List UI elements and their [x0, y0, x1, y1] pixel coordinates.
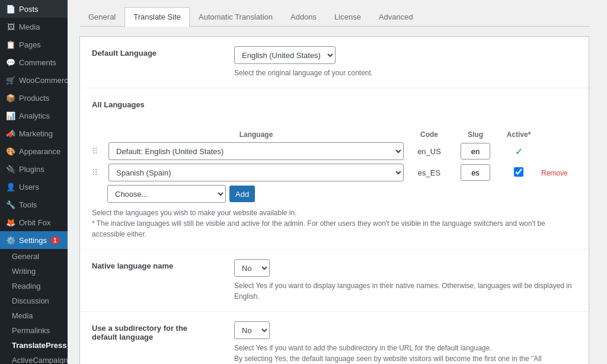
subdirectory-help: Select Yes if you want to add the subdir…: [234, 343, 577, 364]
appearance-icon: 🎨: [6, 146, 15, 156]
submenu-writing[interactable]: Writing: [0, 264, 68, 279]
remove-spanish-link[interactable]: Remove: [541, 169, 568, 177]
checkmark-en: ✓: [515, 146, 523, 157]
sidebar-item-pages[interactable]: 📋 Pages: [0, 36, 68, 53]
submenu-reading[interactable]: Reading: [0, 279, 68, 293]
sidebar-item-products[interactable]: 📦 Products: [0, 89, 68, 107]
settings-submenu: General Writing Reading Discussion Media…: [0, 249, 68, 364]
drag-handle-en[interactable]: ⠿: [92, 146, 104, 156]
subdirectory-label: Use a subdirectory for thedefault langua…: [92, 321, 222, 341]
default-language-label: Default Language: [92, 46, 222, 58]
table-row: ⠿ Spanish (Spain) es_ES: [92, 164, 577, 181]
all-languages-label: All Languages: [92, 98, 222, 109]
table-row: ⠿ Default: English (United States) en_US…: [92, 142, 577, 160]
lang-code-en: en_US: [408, 147, 450, 156]
add-language-row: Choose... Add: [92, 185, 577, 203]
tab-license[interactable]: License: [325, 7, 370, 26]
add-language-select[interactable]: Choose...: [107, 185, 226, 203]
sidebar-item-appearance[interactable]: 🎨 Appearance: [0, 142, 68, 160]
native-language-name-select[interactable]: No Yes: [234, 259, 270, 277]
media-icon: 🖼: [6, 22, 15, 31]
orbit-fox-icon: 🦊: [6, 218, 15, 227]
tab-automatic-translation[interactable]: Automatic Translation: [190, 7, 282, 26]
lang-col-language-header: Language: [108, 130, 404, 139]
sidebar-item-plugins[interactable]: 🔌 Plugins: [0, 160, 68, 178]
sidebar-item-marketing[interactable]: 📣 Marketing: [0, 124, 68, 142]
native-language-name-help: Select Yes if you want to display langua…: [234, 280, 577, 302]
sidebar-item-comments[interactable]: 💬 Comments: [0, 53, 68, 71]
sidebar-item-posts[interactable]: 📄 Posts: [0, 0, 68, 18]
language-select-es[interactable]: Spanish (Spain): [108, 164, 404, 181]
submenu-permalinks[interactable]: Permalinks: [0, 323, 68, 338]
sidebar-item-analytics[interactable]: 📊 Analytics: [0, 107, 68, 124]
subdirectory-field: No Yes Select Yes if you want to add the…: [234, 321, 577, 364]
tab-translate-site[interactable]: Translate Site: [124, 7, 190, 27]
default-language-help: Select the original language of your con…: [234, 68, 577, 78]
sidebar-item-users[interactable]: 👤 Users: [0, 178, 68, 196]
default-language-section: Default Language English (United States)…: [80, 37, 589, 88]
main-content: General Translate Site Automatic Transla…: [68, 0, 607, 364]
lang-slug-en: [455, 143, 496, 159]
language-select-en[interactable]: Default: English (United States): [108, 142, 404, 160]
settings-badge: 1: [50, 237, 60, 244]
tabs-bar: General Translate Site Automatic Transla…: [79, 7, 589, 27]
subdirectory-section: Use a subdirectory for thedefault langua…: [80, 312, 589, 364]
all-languages-help: Select the languages you wish to make yo…: [92, 207, 577, 240]
plugins-icon: 🔌: [6, 164, 15, 174]
tab-general[interactable]: General: [79, 7, 124, 26]
default-language-select[interactable]: English (United States): [234, 46, 336, 64]
sidebar-item-woocommerce[interactable]: 🛒 WooCommerce: [0, 71, 68, 89]
marketing-icon: 📣: [6, 129, 15, 138]
analytics-icon: 📊: [6, 111, 15, 120]
sidebar-item-settings[interactable]: ⚙️ Settings 1: [0, 231, 68, 249]
sidebar-item-media[interactable]: 🖼 Media: [0, 18, 68, 36]
native-language-name-section: Native language name No Yes Select Yes i…: [80, 250, 589, 312]
sidebar-item-tools[interactable]: 🔧 Tools: [0, 196, 68, 213]
woocommerce-icon: 🛒: [6, 75, 15, 85]
active-checkbox-es[interactable]: [514, 167, 523, 177]
tab-advanced[interactable]: Advanced: [370, 7, 422, 26]
lang-active-en: ✓: [501, 146, 536, 157]
lang-action-es: Remove: [541, 168, 577, 177]
submenu-general[interactable]: General: [0, 249, 68, 264]
settings-icon: ⚙️: [6, 235, 15, 245]
slug-input-es[interactable]: [461, 164, 490, 181]
products-icon: 📦: [6, 93, 15, 103]
tab-addons[interactable]: Addons: [282, 7, 325, 26]
submenu-translatepress[interactable]: TranslatePress 1: [0, 338, 68, 353]
all-languages-section: All Languages Language Code Slug Active*…: [80, 88, 589, 250]
lang-col-active-header: Active*: [501, 130, 536, 139]
drag-handle-es[interactable]: ⠿: [92, 168, 104, 177]
lang-table-header: Language Code Slug Active*: [92, 127, 577, 142]
native-language-name-field: No Yes Select Yes if you want to display…: [234, 259, 577, 302]
lang-slug-es: [455, 164, 496, 181]
pages-icon: 📋: [6, 40, 15, 49]
submenu-activecampaign[interactable]: ActiveCampaign: [0, 353, 68, 364]
add-language-button[interactable]: Add: [229, 186, 255, 202]
comments-icon: 💬: [6, 58, 15, 67]
default-language-field: English (United States) Select the origi…: [234, 46, 577, 78]
settings-panel: Default Language English (United States)…: [79, 36, 589, 364]
submenu-media[interactable]: Media: [0, 308, 68, 323]
lang-code-es: es_ES: [408, 168, 450, 177]
sidebar: 📄 Posts 🖼 Media 📋 Pages 💬 Comments 🛒 Woo…: [0, 0, 68, 364]
lang-col-slug-header: Slug: [455, 130, 496, 139]
lang-col-code-header: Code: [408, 130, 450, 139]
submenu-discussion[interactable]: Discussion: [0, 293, 68, 308]
slug-input-en[interactable]: [461, 143, 490, 159]
posts-icon: 📄: [6, 4, 15, 14]
lang-active-es: [501, 167, 536, 178]
tools-icon: 🔧: [6, 200, 15, 209]
subdirectory-select[interactable]: No Yes: [234, 321, 270, 339]
users-icon: 👤: [6, 182, 15, 191]
sidebar-item-orbit-fox[interactable]: 🦊 Orbit Fox: [0, 213, 68, 231]
native-language-name-label: Native language name: [92, 259, 222, 270]
